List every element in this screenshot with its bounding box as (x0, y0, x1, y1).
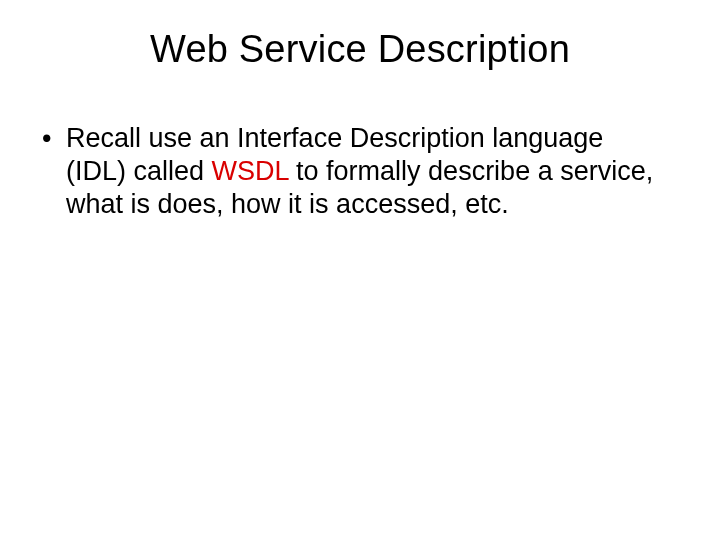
slide-title: Web Service Description (0, 0, 720, 71)
bullet-item: Recall use an Interface Description lang… (38, 122, 660, 221)
bullet-list: Recall use an Interface Description lang… (38, 122, 660, 221)
bullet-text-highlight: WSDL (212, 156, 289, 186)
slide-body: Recall use an Interface Description lang… (38, 122, 660, 221)
slide: Web Service Description Recall use an In… (0, 0, 720, 540)
